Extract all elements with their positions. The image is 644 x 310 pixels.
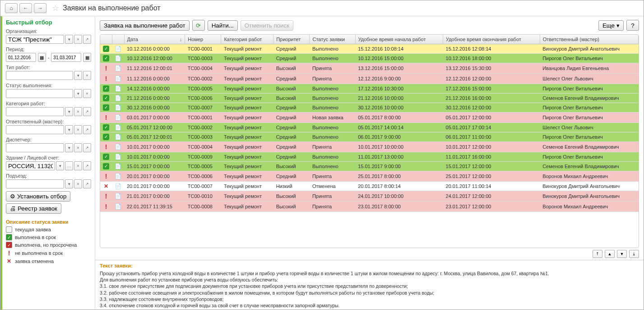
cell-status: Выполнено <box>310 94 355 103</box>
period-from-input[interactable] <box>6 53 36 62</box>
col-responsible[interactable]: Ответственный (мастер) <box>540 35 638 44</box>
table-row[interactable]: !📄11.12.2016 12:00:01TC00-0004Текущий ре… <box>100 63 639 74</box>
table-row[interactable]: ✓📄05.01.2017 12:00:00TC00-0002Текущий ре… <box>100 123 639 132</box>
work-type-input[interactable] <box>6 71 73 80</box>
dispatcher-input[interactable] <box>6 143 64 152</box>
work-type-dropdown[interactable]: ▾ <box>74 71 82 80</box>
home-button[interactable]: ⌂ <box>5 3 18 13</box>
building-dropdown[interactable]: ▾ <box>56 161 64 170</box>
table-row[interactable]: ✓📄10.12.2016 0:00:00TC00-0001Текущий рем… <box>100 44 639 54</box>
table-row[interactable]: ✓📄30.12.2016 0:00:00TC00-0007Текущий рем… <box>100 103 639 113</box>
check-done-icon: ✓ <box>103 46 109 52</box>
find-button[interactable]: Найти... <box>208 20 238 31</box>
table-row[interactable]: !📄10.01.2017 0:00:00TC00-0004Текущий рем… <box>100 142 639 152</box>
table-row[interactable]: !📄22.01.2017 11:39:15TC00-0008Текущий ре… <box>100 202 639 212</box>
category-clear[interactable]: × <box>74 107 82 116</box>
cell-status: Выполнено <box>310 162 355 171</box>
back-button[interactable]: ← <box>19 3 32 13</box>
status-clear[interactable]: × <box>83 89 91 98</box>
cell-category: Текущий ремонт <box>221 54 273 63</box>
org-dropdown-button[interactable]: ▾ <box>65 35 73 44</box>
category-dropdown[interactable]: ▾ <box>65 107 73 116</box>
table-row[interactable]: !📄21.01.2017 0:00:00TC00-0010Текущий рем… <box>100 191 639 202</box>
building-input[interactable] <box>6 161 55 170</box>
apply-filter-button[interactable]: ⚙Установить отбор <box>6 191 70 202</box>
dispatcher-dropdown[interactable]: ▾ <box>65 143 73 152</box>
cell-number: TC00-0005 <box>185 84 221 94</box>
dispatcher-open[interactable]: ↗ <box>83 143 91 152</box>
building-open[interactable]: ↗ <box>83 161 91 170</box>
refresh-button[interactable]: ⟳ <box>192 20 205 31</box>
org-clear-button[interactable]: × <box>74 35 82 44</box>
more-button[interactable]: Еще ▾ <box>598 20 624 31</box>
col-number[interactable]: Номер <box>185 35 221 44</box>
table-row[interactable]: !📄03.01.2017 0:00:00TC00-0001Текущий рем… <box>100 113 639 123</box>
work-type-clear[interactable]: × <box>83 71 91 80</box>
table-row[interactable]: !📄20.01.2017 0:00:00TC00-0006Текущий рем… <box>100 171 639 182</box>
forward-button[interactable]: → <box>34 3 46 13</box>
entrance-dropdown[interactable]: ▾ <box>65 179 73 188</box>
table-row[interactable]: ✓📄05.01.2017 12:00:01TC00-0003Текущий ре… <box>100 132 639 142</box>
col-status[interactable]: Статус заявки <box>310 35 355 44</box>
cell-responsible: Пирогов Олег Витальевич <box>540 54 638 63</box>
entrance-clear[interactable]: × <box>74 179 82 188</box>
status-dropdown[interactable]: ▾ <box>74 89 82 98</box>
responsible-input[interactable] <box>6 125 64 134</box>
building-clear[interactable]: × <box>74 161 82 170</box>
org-open-button[interactable]: ↗ <box>83 35 91 44</box>
org-input[interactable] <box>6 35 64 44</box>
cell-number: TC00-0003 <box>185 132 221 142</box>
entrance-input[interactable] <box>6 179 64 188</box>
cell-category: Текущий ремонт <box>221 191 273 202</box>
favorite-star-icon[interactable]: ☆ <box>52 3 59 13</box>
status-input[interactable] <box>6 89 73 98</box>
cancel-search-button[interactable]: Отменить поиск <box>241 20 293 31</box>
dispatcher-clear[interactable]: × <box>74 143 82 152</box>
cell-end: 17.12.2016 15:00:00 <box>443 84 540 94</box>
registry-button[interactable]: 🖨Реестр заявок <box>6 203 61 214</box>
cell-date: 10.12.2016 12:00:00 <box>124 54 185 63</box>
note-icon: 📄 <box>115 144 121 150</box>
col-date[interactable]: Дата <box>124 35 185 44</box>
table-row[interactable]: ✓📄15.01.2017 0:00:00TC00-0005Текущий рем… <box>100 162 639 171</box>
cell-priority: Средний <box>273 142 310 152</box>
cell-category: Текущий ремонт <box>221 202 273 212</box>
responsible-dropdown[interactable]: ▾ <box>65 125 73 134</box>
responsible-open[interactable]: ↗ <box>83 125 91 134</box>
nav-last-button[interactable]: ⤓ <box>629 250 639 258</box>
cell-end: 10.12.2016 18:00:00 <box>443 54 540 63</box>
entrance-label: Подъезд: <box>6 173 91 178</box>
building-more[interactable]: … <box>65 161 73 170</box>
cell-status: Выполнено <box>310 132 355 142</box>
cell-category: Текущий ремонт <box>221 171 273 182</box>
calendar-to-icon[interactable]: ▦ <box>83 53 91 62</box>
cell-responsible: Шелест Олег Львович <box>540 123 638 132</box>
table-row[interactable]: ✓📄21.12.2016 0:00:00TC00-0006Текущий рем… <box>100 94 639 103</box>
col-category[interactable]: Категория работ <box>221 35 273 44</box>
col-note-icon[interactable] <box>112 35 124 44</box>
nav-first-button[interactable]: ⤒ <box>593 250 602 258</box>
col-end[interactable]: Удобное время окончания работ <box>443 35 540 44</box>
responsible-clear[interactable]: × <box>74 125 82 134</box>
category-input[interactable] <box>6 107 64 116</box>
table-row[interactable]: ✓📄10.01.2017 0:00:00TC00-0009Текущий рем… <box>100 152 639 162</box>
nav-down-button[interactable]: ▼ <box>617 250 627 258</box>
category-open[interactable]: ↗ <box>83 107 91 116</box>
col-status-icon[interactable] <box>100 35 112 44</box>
cell-responsible: Пирогов Олег Витальевич <box>540 84 638 94</box>
calendar-from-icon[interactable]: ▦ <box>38 53 46 62</box>
cell-date: 10.01.2017 0:00:00 <box>124 152 185 162</box>
col-priority[interactable]: Приоритет <box>273 35 310 44</box>
period-to-input[interactable] <box>51 53 81 62</box>
table-row[interactable]: !📄11.12.2016 0:00:00TC00-0002Текущий рем… <box>100 74 639 84</box>
help-button[interactable]: ? <box>626 20 639 31</box>
note-icon: 📄 <box>115 203 121 210</box>
cell-responsible: Семенов Евгений Владимирович <box>540 94 638 103</box>
col-start[interactable]: Удобное время начала работ <box>355 35 443 44</box>
table-row[interactable]: ✓📄14.12.2016 0:00:00TC00-0005Текущий рем… <box>100 84 639 94</box>
table-row[interactable]: ✕📄20.01.2017 0:00:00TC00-0007Текущий рем… <box>100 182 639 191</box>
create-request-button[interactable]: Заявка на выполнение работ <box>100 20 190 31</box>
entrance-open[interactable]: ↗ <box>83 179 91 188</box>
table-row[interactable]: ✓📄10.12.2016 12:00:00TC00-0003Текущий ре… <box>100 54 639 63</box>
nav-up-button[interactable]: ▲ <box>605 250 615 258</box>
